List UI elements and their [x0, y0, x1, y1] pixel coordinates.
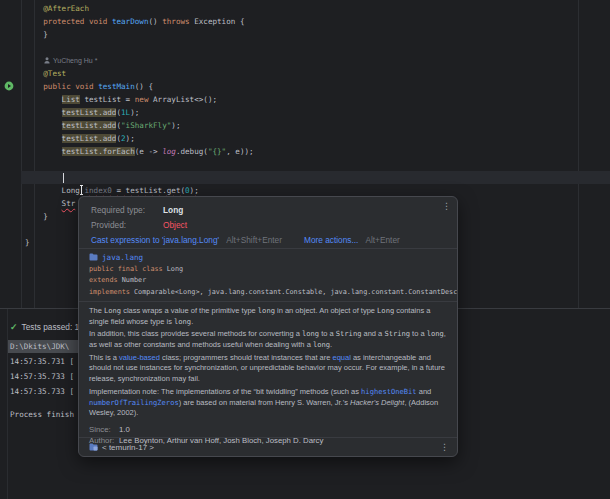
- package-icon: [89, 253, 98, 261]
- code-token: testList.add: [62, 108, 117, 117]
- code-token: Long: [25, 186, 84, 195]
- required-type-label: Required type:: [91, 205, 163, 215]
- code-line: [25, 171, 610, 184]
- javadoc-paragraph: This is a value-based class; programmers…: [89, 353, 447, 385]
- type-mismatch-tooltip: Required type: Long Provided: Object Cas…: [79, 197, 457, 248]
- doc-text: .: [191, 317, 193, 326]
- javadoc-paragraph: The Long class wraps a value of the prim…: [89, 306, 447, 327]
- code-token: testList =: [80, 95, 135, 104]
- signature-token: implements: [89, 288, 134, 296]
- code-line: testList.add(2);: [25, 132, 610, 145]
- code-line: List testList = new ArrayList<>();: [25, 93, 610, 106]
- signature-token: Comparable<Long>, java.lang.constant.Con…: [134, 288, 457, 296]
- signature-line: implements Comparable<Long>, java.lang.c…: [89, 287, 447, 298]
- code-token: testList.forEach: [62, 147, 135, 156]
- author-inlay-text: YuCheng Hu *: [53, 57, 97, 64]
- doc-link[interactable]: equal: [332, 353, 350, 362]
- code-token: [25, 121, 62, 130]
- code-token: testList.add: [62, 134, 117, 143]
- code-line: @Test: [25, 67, 610, 80]
- since-label: Since:: [89, 424, 119, 436]
- code-token: );: [190, 186, 199, 195]
- doc-text: to a: [410, 329, 427, 338]
- code-token: [25, 134, 62, 143]
- code-line: }: [25, 28, 610, 41]
- doc-text: String: [384, 329, 410, 338]
- code-token: index0: [84, 186, 111, 195]
- doc-text: ) are based on material from Henry S. Wa…: [179, 398, 350, 407]
- person-icon: [44, 57, 50, 64]
- code-line: testList.add(1L);: [25, 106, 610, 119]
- code-token: @AfterEach: [25, 4, 89, 13]
- console-line: 14:57:35.733 [: [10, 385, 74, 398]
- provided-type-value: Object: [163, 220, 187, 230]
- doc-link[interactable]: highestOneBit: [361, 387, 417, 396]
- code-token: ArrayList<>();: [153, 95, 217, 104]
- doc-text: long: [258, 306, 275, 315]
- doc-text: Implementation note: The implementations…: [89, 387, 361, 396]
- tooltip-menu-icon[interactable]: ⋮: [442, 201, 451, 211]
- code-line: [25, 158, 610, 171]
- code-token: testMain: [98, 82, 135, 91]
- doc-text: Long: [104, 306, 121, 315]
- code-line: @AfterEach: [25, 2, 610, 15]
- doc-text: Hacker's Delight: [350, 398, 404, 407]
- footer-menu-icon[interactable]: ⋮: [440, 442, 449, 452]
- signature-token: Number: [122, 276, 147, 284]
- tests-passed-status: ✓ Tests passed: 1: [10, 322, 79, 332]
- doc-text: long: [174, 317, 191, 326]
- code-token: (e ->: [135, 147, 162, 156]
- code-token: }: [25, 30, 48, 39]
- code-token: @Test: [25, 69, 66, 78]
- ide-window: @AfterEach protected void tearDown() thr…: [0, 0, 610, 499]
- doc-text: long: [302, 329, 319, 338]
- code-token: );: [171, 121, 180, 130]
- author-inlay-hint[interactable]: YuCheng Hu *: [44, 54, 97, 67]
- jdk-icon: [89, 443, 98, 451]
- code-token: .debug(: [176, 147, 208, 156]
- doc-text: The: [89, 306, 104, 315]
- code-line: public void testMain() {: [25, 80, 610, 93]
- text-caret: [63, 173, 64, 183]
- jdk-version[interactable]: < temurin-17 >: [102, 443, 154, 452]
- doc-text: to a: [319, 329, 336, 338]
- signature-line: public final class Long: [89, 264, 447, 275]
- package-name[interactable]: java.lang: [102, 253, 143, 262]
- run-test-gutter-icon[interactable]: [4, 81, 14, 91]
- doc-text: long: [427, 329, 444, 338]
- javadoc-paragraph: In addition, this class provides several…: [89, 329, 447, 350]
- signature-token: extends: [89, 276, 122, 284]
- tests-passed-label: Tests passed: 1: [22, 322, 80, 332]
- more-actions-link[interactable]: More actions...: [304, 235, 358, 245]
- doc-text: and: [417, 387, 432, 396]
- console-line: Process finish: [10, 408, 74, 421]
- toolwindow-stripe: [7, 309, 8, 499]
- code-token: [25, 199, 62, 208]
- provided-type-label: Provided:: [91, 220, 163, 230]
- code-token: new: [135, 95, 153, 104]
- doc-text: Long: [377, 306, 394, 315]
- cast-expression-action[interactable]: Cast expression to 'java.lang.Long': [91, 235, 219, 245]
- signature-token: Long: [167, 265, 183, 273]
- signature-line: extends Number: [89, 275, 447, 286]
- code-token: () {: [135, 82, 153, 91]
- doc-text: and a: [361, 329, 384, 338]
- doc-text: This is a: [89, 353, 119, 362]
- code-token: "{}": [208, 147, 226, 156]
- doc-text: long: [313, 340, 330, 349]
- class-signature: public final class Longextends Numberimp…: [79, 263, 457, 301]
- code-token: [25, 17, 43, 26]
- code-token: testList.add: [62, 121, 117, 130]
- code-token: Str: [62, 199, 76, 208]
- more-actions-shortcut: Alt+Enter: [365, 235, 399, 245]
- cast-shortcut: Alt+Shift+Enter: [226, 235, 282, 245]
- gutter-separator: [21, 0, 22, 308]
- doc-text: In addition, this class provides several…: [89, 329, 302, 338]
- code-token: [25, 147, 62, 156]
- code-token: public void: [43, 82, 98, 91]
- doc-text: String: [336, 329, 362, 338]
- code-token: "iSharkFly": [121, 121, 171, 130]
- doc-link[interactable]: value-based: [119, 353, 160, 362]
- code-token: }: [25, 212, 48, 221]
- doc-link[interactable]: numberOfTrailingZeros: [89, 398, 179, 407]
